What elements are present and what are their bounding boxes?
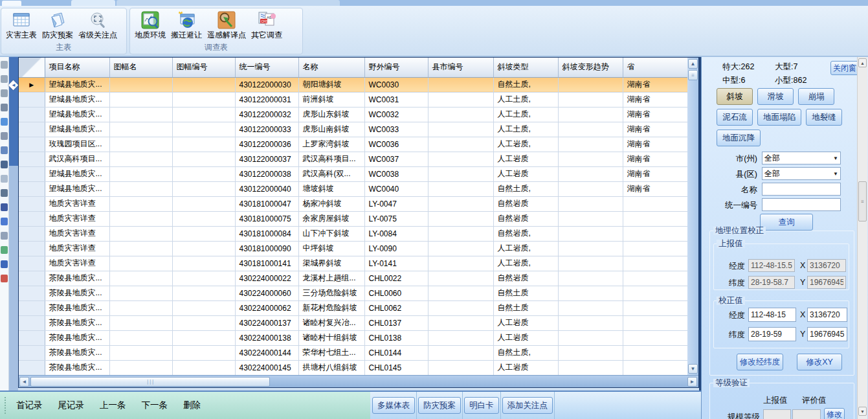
table-row[interactable]: 望城县地质灾... 430122000031 前洲斜坡 WC0031 人工土质,… <box>19 92 687 107</box>
record-nav-link[interactable]: 尾记录 <box>58 400 85 411</box>
column-header[interactable]: 图幅名 <box>109 58 172 77</box>
row-selector[interactable] <box>19 107 45 122</box>
sidebar-tool-icon[interactable] <box>1 260 8 268</box>
table-row[interactable]: 地质灾害详查 430181000075 余家房屋斜坡 LY-0075 自然岩质 <box>19 211 687 226</box>
panel-scroll-down-button[interactable]: ▼ <box>858 407 867 416</box>
corrected-lon-input[interactable] <box>748 308 796 322</box>
other-survey-button[interactable]: ABC CHS 其它调查 <box>249 10 285 41</box>
ribbon-tab[interactable] <box>117 0 340 6</box>
column-header[interactable]: 图幅编号 <box>172 58 235 77</box>
table-row[interactable]: 望城县地质灾... 430122000038 武汉高科(双... WC0038 … <box>19 166 687 181</box>
row-selector[interactable] <box>19 330 45 345</box>
disaster-type-button[interactable]: 地面沉降 <box>717 130 761 146</box>
row-selector[interactable] <box>19 181 45 196</box>
sidebar-tool-icon[interactable] <box>1 146 8 154</box>
table-row[interactable]: 地质灾害详查 430181000084 山下冲下斜坡 LY-0084 自然岩质, <box>19 226 687 241</box>
table-row[interactable]: 茶陵县地质灾... 430224000060 三分场危险斜坡 CHL0060 自… <box>19 286 687 300</box>
record-nav-link[interactable]: 上一条 <box>100 400 126 411</box>
column-header[interactable]: 斜坡变形趋势 <box>558 58 623 77</box>
row-selector[interactable] <box>19 241 45 256</box>
panel-scroll-thumb[interactable]: ≡ <box>858 181 867 221</box>
toolbar-grip[interactable] <box>5 397 6 414</box>
corrected-y-input[interactable] <box>807 327 847 341</box>
app-icon[interactable] <box>2 1 21 6</box>
scroll-left-button[interactable]: ◄ <box>19 377 29 387</box>
row-selector[interactable] <box>19 271 45 286</box>
scroll-right-button[interactable]: ► <box>687 377 697 387</box>
row-selector[interactable] <box>19 315 45 330</box>
disaster-type-button[interactable]: 地面塌陷 <box>757 109 801 126</box>
record-action-button[interactable]: 防灾预案 <box>418 397 461 414</box>
row-selector[interactable] <box>19 92 45 107</box>
grid-vertical-scrollbar[interactable]: ▲ ≡ ▼ <box>687 58 698 375</box>
table-row[interactable]: 地质灾害详查 430181000090 中坪斜坡 LY-0090 人工岩质, <box>19 241 687 256</box>
row-selector[interactable] <box>19 152 45 166</box>
table-row[interactable]: 望城县地质灾... 430122000033 虎形山南斜坡 WC0033 人工土… <box>19 122 687 137</box>
table-row[interactable]: 望城县地质灾... 430122000032 虎形山东斜坡 WC0032 人工土… <box>19 107 687 122</box>
select-all-corner[interactable] <box>19 58 45 77</box>
sidebar-tool-icon[interactable] <box>1 232 8 240</box>
table-row[interactable]: 地质灾害详查 430181000141 渠城界斜坡 LY-0141 人工岩质, <box>19 256 687 271</box>
row-selector[interactable] <box>19 360 45 375</box>
modify-lonlat-button[interactable]: 修改经纬度 <box>737 354 783 370</box>
table-row[interactable]: 茶陵县地质灾... 430224000137 诸睦村复兴冶... CHL0137… <box>19 315 687 330</box>
panel-scrollbar[interactable]: ▲ ≡ ▼ <box>857 57 867 419</box>
disaster-type-button[interactable]: 滑坡 <box>757 88 794 105</box>
row-selector[interactable] <box>19 137 45 152</box>
disaster-type-button[interactable]: 地裂缝 <box>806 109 842 126</box>
sidebar-tool-icon[interactable] <box>1 175 8 183</box>
corrected-x-input[interactable] <box>807 308 847 322</box>
disaster-type-button[interactable]: 泥石流 <box>717 109 753 126</box>
row-selector[interactable] <box>19 300 45 315</box>
record-nav-link[interactable]: 下一条 <box>142 400 168 411</box>
record-nav-link[interactable]: 删除 <box>183 400 201 411</box>
row-selector[interactable] <box>19 256 45 271</box>
panel-splitter[interactable]: ◄ <box>9 57 18 391</box>
row-selector[interactable] <box>19 211 45 226</box>
scroll-down-button[interactable]: ▼ <box>688 364 698 374</box>
sidebar-tool-icon[interactable] <box>1 75 8 83</box>
row-selector[interactable]: ▶ <box>19 77 45 92</box>
table-row[interactable]: 茶陵县地质灾... 430224000022 龙溪村上趟组... CHL0022… <box>19 271 687 286</box>
province-focus-points-button[interactable]: 省级关注点 <box>76 10 120 41</box>
sidebar-tool-icon[interactable] <box>1 104 8 111</box>
active-ribbon-tab[interactable] <box>71 0 115 6</box>
table-row[interactable]: 武汉高科项目... 430122000037 武汉高科项目... WC0037 … <box>19 152 687 166</box>
city-select[interactable]: 全部 ▼ <box>762 152 841 164</box>
scroll-up-button[interactable]: ▲ <box>688 59 698 69</box>
geo-environment-button[interactable]: 地质环境 <box>132 10 168 41</box>
table-row[interactable]: 茶陵县地质灾... 430224000144 荣华村七组土... CHL0144… <box>19 345 687 360</box>
remote-sensing-points-button[interactable]: 遥感解译点 <box>205 10 249 41</box>
sidebar-tool-icon[interactable] <box>1 218 8 225</box>
unified-code-input[interactable] <box>762 198 841 211</box>
grid-horizontal-scrollbar[interactable]: ◄ ∣∣∣ ► <box>19 375 698 387</box>
row-selector[interactable] <box>19 345 45 360</box>
sidebar-tool-icon[interactable] <box>1 118 8 126</box>
table-row[interactable]: 茶陵县地质灾... 430224000138 诸睦村十组斜坡 CHL0138 人… <box>19 330 687 345</box>
name-input[interactable] <box>762 183 841 196</box>
sidebar-tool-icon[interactable] <box>1 61 8 69</box>
table-row[interactable]: 茶陵县地质灾... 430224000062 新花村危险斜坡 CHL0062 自… <box>19 300 687 315</box>
panel-scroll-up-button[interactable]: ▲ <box>858 58 867 67</box>
row-selector[interactable] <box>19 122 45 137</box>
column-header[interactable]: 斜坡类型 <box>493 58 558 77</box>
sidebar-tool-icon[interactable] <box>1 89 8 97</box>
query-button[interactable]: 查询 <box>760 214 813 231</box>
sidebar-tool-icon[interactable] <box>1 161 8 168</box>
record-nav-link[interactable]: 首记录 <box>16 400 43 411</box>
disaster-type-button[interactable]: 斜坡 <box>717 88 753 105</box>
column-header[interactable]: 省 <box>623 58 687 77</box>
table-row[interactable]: 茶陵县地质灾... 430224000145 拱塘村八组斜坡 CHL0145 人… <box>19 360 687 375</box>
sidebar-tool-icon[interactable] <box>1 275 8 282</box>
table-row[interactable]: 地质灾害详查 430181000047 杨家冲斜坡 LY-0047 自然岩质 <box>19 196 687 211</box>
vertical-scroll-thumb[interactable]: ≡ <box>688 70 698 80</box>
disaster-main-table-button[interactable]: 灾害主表 <box>3 10 39 41</box>
disaster-type-button[interactable]: 崩塌 <box>798 88 834 105</box>
corrected-lat-input[interactable] <box>748 327 796 341</box>
sidebar-tool-icon[interactable] <box>1 246 8 254</box>
table-row[interactable]: 望城县地质灾... 430122000040 塘坡斜坡 WC0040 自然土质,… <box>19 181 687 196</box>
table-row[interactable]: ▶ 望城县地质灾... 430122000030 朝阳塘斜坡 WC0030 自然… <box>19 77 687 92</box>
relocation-avoidance-button[interactable]: 搬迁避让 <box>168 10 205 41</box>
table-row[interactable]: 玫瑰园项目区... 430122000036 上罗家湾斜坡 WC0036 人工岩… <box>19 137 687 152</box>
sidebar-tool-icon[interactable] <box>1 189 8 197</box>
